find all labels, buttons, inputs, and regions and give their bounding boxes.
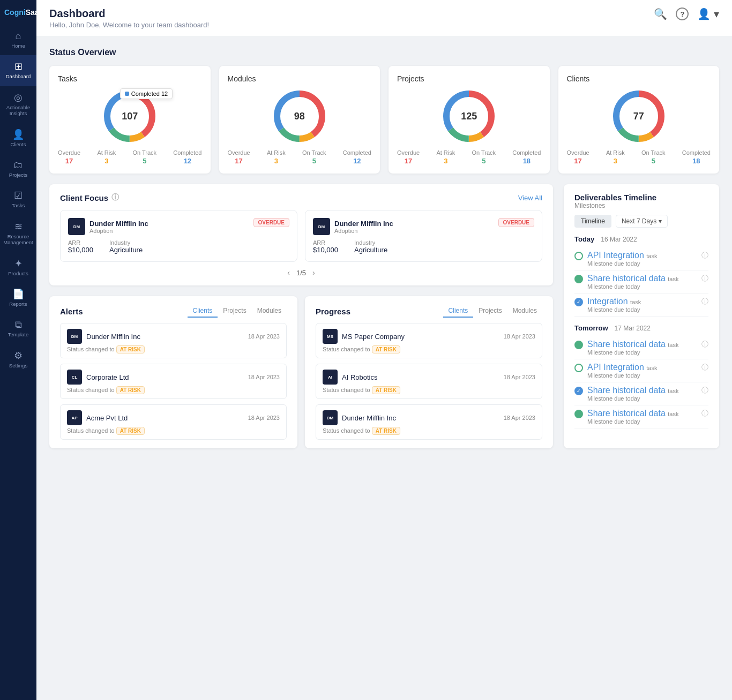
legend-item: Completed 18 bbox=[682, 149, 711, 165]
timeline-day-header: Today 16 Mar 2022 bbox=[574, 235, 708, 243]
timeline-item-sub: Milestone due today bbox=[587, 349, 697, 356]
item-avatar: CL bbox=[67, 370, 82, 385]
alerts-progress-row: Alerts ClientsProjectsModules DM Dunder … bbox=[49, 296, 553, 448]
tab-projects[interactable]: Projects bbox=[473, 305, 507, 318]
deliverables-card: Deliverables Timeline Milestones Timelin… bbox=[564, 184, 719, 448]
search-icon[interactable]: 🔍 bbox=[654, 7, 667, 20]
legend-label: At Risk bbox=[606, 149, 625, 156]
timeline-info-icon[interactable]: ⓘ bbox=[701, 274, 708, 283]
tab-clients[interactable]: Clients bbox=[188, 305, 218, 318]
progress-list: MS MS Paper Company 18 Apr 2023 Status c… bbox=[316, 323, 542, 440]
at-risk-badge: AT RISK bbox=[372, 345, 400, 353]
legend-item: At Risk 3 bbox=[97, 149, 116, 165]
tab-modules[interactable]: Modules bbox=[252, 305, 287, 318]
tab-projects[interactable]: Projects bbox=[218, 305, 251, 318]
timeline-item: ✓ Integration task Milestone due today ⓘ bbox=[574, 293, 708, 317]
item-name: Dunder Mifflin Inc bbox=[342, 414, 499, 422]
reports-icon: 📄 bbox=[12, 289, 24, 299]
timeline-day: Today bbox=[574, 235, 594, 243]
timeline-info-icon[interactable]: ⓘ bbox=[701, 340, 708, 349]
sidebar-item-tasks[interactable]: ☑Tasks bbox=[0, 184, 36, 215]
timeline-item-link[interactable]: Share historical data bbox=[587, 409, 666, 418]
legend-label: At Risk bbox=[267, 149, 286, 156]
item-status: Status changed to AT RISK bbox=[67, 346, 280, 352]
timeline-info-icon[interactable]: ⓘ bbox=[701, 363, 708, 372]
timeline-item-sub: Milestone due today bbox=[587, 395, 697, 402]
sidebar-item-resource-management[interactable]: ≋Resource Management bbox=[0, 215, 36, 252]
sidebar-label-dashboard: Dashboard bbox=[6, 73, 31, 79]
timeline-dot bbox=[574, 364, 583, 372]
status-grid: Tasks 107 Completed 12 Overdue 17 At Ris… bbox=[49, 66, 719, 174]
timeline-dot: ✓ bbox=[574, 387, 583, 395]
legend-item: Overdue 17 bbox=[228, 149, 250, 165]
prev-page-button[interactable]: ‹ bbox=[287, 268, 290, 277]
sidebar-item-settings[interactable]: ⚙Settings bbox=[0, 344, 36, 375]
timeline-info-icon[interactable]: ⓘ bbox=[701, 409, 708, 418]
legend-value: 3 bbox=[614, 157, 617, 165]
item-name: AI Robotics bbox=[342, 373, 499, 381]
status-card-projects: Projects 125 Overdue 17 At Risk 3 On Tra… bbox=[389, 66, 550, 174]
legend-value: 3 bbox=[444, 157, 447, 165]
next-page-button[interactable]: › bbox=[312, 268, 315, 277]
view-all-button[interactable]: View All bbox=[518, 194, 542, 202]
timeline-item-link[interactable]: API Integration bbox=[587, 251, 644, 260]
client-details: ARR $10,000 Industry Agriculture bbox=[313, 239, 534, 254]
sidebar-item-actionable-insights[interactable]: ◎Actionable Insights bbox=[0, 86, 36, 123]
sidebar-item-home[interactable]: ⌂Home bbox=[0, 25, 36, 55]
timeline-controls: Timeline Next 7 Days ▾ bbox=[574, 215, 708, 228]
industry-value: Agriculture bbox=[109, 246, 143, 254]
legend-label: On Track bbox=[302, 149, 326, 156]
sidebar-label-clients: Clients bbox=[10, 141, 26, 147]
at-risk-badge: AT RISK bbox=[116, 345, 145, 353]
timeline-item-type: task bbox=[668, 411, 678, 417]
next-days-dropdown[interactable]: Next 7 Days ▾ bbox=[616, 215, 668, 228]
logo[interactable]: CogniSaaS bbox=[0, 0, 36, 25]
user-avatar[interactable]: 👤 ▾ bbox=[697, 7, 719, 20]
sidebar-item-dashboard[interactable]: ⊞Dashboard bbox=[0, 55, 36, 86]
sidebar-label-reports: Reports bbox=[9, 301, 27, 307]
timeline-info-icon[interactable]: ⓘ bbox=[701, 386, 708, 395]
tab-modules[interactable]: Modules bbox=[507, 305, 542, 318]
sidebar-item-clients[interactable]: 👤Clients bbox=[0, 123, 36, 154]
client-card-header: DM Dunder Mifflin Inc Adoption OVERDUE bbox=[313, 218, 534, 235]
legend-value: 18 bbox=[523, 157, 531, 165]
timeline-item-link[interactable]: API Integration bbox=[587, 363, 644, 372]
sidebar-item-products[interactable]: ✦Products bbox=[0, 252, 36, 283]
help-icon[interactable]: ? bbox=[676, 7, 689, 20]
legend-item: On Track 5 bbox=[472, 149, 496, 165]
sidebar-label-resource-management: Resource Management bbox=[2, 234, 34, 246]
sidebar-item-projects[interactable]: 🗂Projects bbox=[0, 154, 36, 184]
main-content: Dashboard Hello, John Doe, Welcome to yo… bbox=[36, 0, 732, 700]
timeline-item-link[interactable]: Share historical data bbox=[587, 386, 666, 395]
legend-label: Completed bbox=[682, 149, 711, 156]
timeline-info-icon[interactable]: ⓘ bbox=[701, 251, 708, 260]
sidebar-label-home: Home bbox=[11, 43, 25, 49]
timeline-item-type: task bbox=[668, 276, 678, 282]
sidebar-item-reports[interactable]: 📄Reports bbox=[0, 283, 36, 313]
donut-chart: 107 Completed 12 bbox=[103, 89, 156, 143]
progress-tabs: ClientsProjectsModules bbox=[443, 305, 542, 318]
timeline-item-link[interactable]: Share historical data bbox=[587, 274, 666, 283]
timeline-item-link[interactable]: Integration bbox=[587, 297, 628, 306]
timeline-item-link[interactable]: Share historical data bbox=[587, 340, 666, 349]
industry-value: Agriculture bbox=[354, 246, 387, 254]
timeline-section: Tomorrow 17 Mar 2022 Share historical da… bbox=[574, 324, 708, 428]
sidebar-item-template[interactable]: ⧉Template bbox=[0, 313, 36, 344]
item-date: 18 Apr 2023 bbox=[248, 333, 280, 340]
home-icon: ⌂ bbox=[16, 31, 21, 41]
topbar: Dashboard Hello, John Doe, Welcome to yo… bbox=[36, 0, 732, 37]
legend-value: 17 bbox=[405, 157, 412, 165]
tab-clients[interactable]: Clients bbox=[443, 305, 474, 318]
list-item: AP Acme Pvt Ltd 18 Apr 2023 Status chang… bbox=[60, 404, 287, 440]
status-card-modules: Modules 98 Overdue 17 At Risk 3 On Track… bbox=[219, 66, 380, 174]
legend-value: 18 bbox=[692, 157, 700, 165]
legend-item: Overdue 17 bbox=[567, 149, 589, 165]
at-risk-badge: AT RISK bbox=[372, 386, 400, 394]
donut-chart: 77 bbox=[612, 89, 666, 143]
timeline-info-icon[interactable]: ⓘ bbox=[701, 297, 708, 306]
at-risk-badge: AT RISK bbox=[116, 427, 145, 435]
arr-label: ARR bbox=[313, 239, 338, 246]
legend-label: On Track bbox=[641, 149, 666, 156]
timeline-tab-button[interactable]: Timeline bbox=[574, 215, 611, 228]
donut-chart: 98 bbox=[273, 89, 326, 143]
